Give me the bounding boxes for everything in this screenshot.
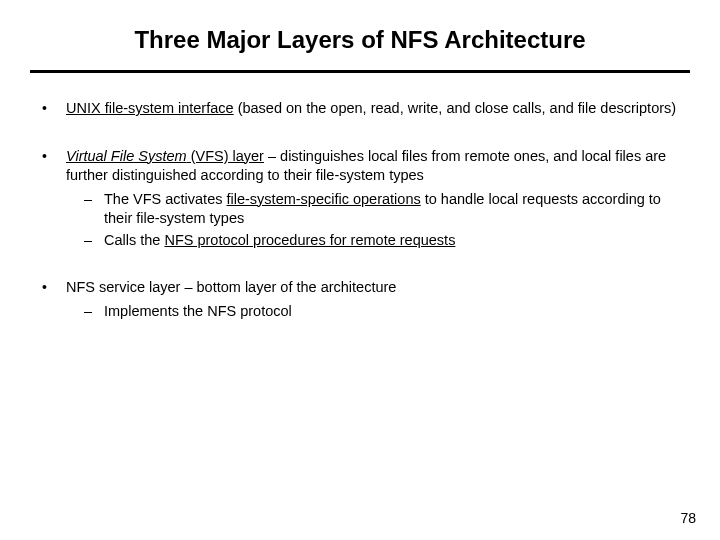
list-item: Virtual File System (VFS) layer – distin… [38,147,682,251]
text-segment: (based on the open, read, write, and clo… [234,100,677,116]
slide: Three Major Layers of NFS Architecture U… [0,0,720,540]
sub-list: The VFS activates file-system-specific o… [66,190,682,251]
text-segment: UNIX file-system interface [66,100,234,116]
text-segment: Implements the NFS protocol [104,303,292,319]
title-divider [30,70,690,73]
text-segment: (VFS) layer [187,148,264,164]
text-segment: file-system-specific operations [227,191,421,207]
text-segment: NFS service layer – bottom layer of the … [66,279,396,295]
sub-list-item: The VFS activates file-system-specific o… [84,190,682,229]
text-segment: NFS protocol procedures for remote reque… [164,232,455,248]
sub-list: Implements the NFS protocol [66,302,682,322]
page-number: 78 [680,510,696,526]
text-segment: The VFS activates [104,191,227,207]
text-segment: Calls the [104,232,164,248]
list-item: NFS service layer – bottom layer of the … [38,278,682,321]
bullet-list: UNIX file-system interface (based on the… [30,99,690,322]
slide-title: Three Major Layers of NFS Architecture [30,26,690,54]
text-segment: Virtual File System [66,148,187,164]
list-item: UNIX file-system interface (based on the… [38,99,682,119]
sub-list-item: Implements the NFS protocol [84,302,682,322]
sub-list-item: Calls the NFS protocol procedures for re… [84,231,682,251]
